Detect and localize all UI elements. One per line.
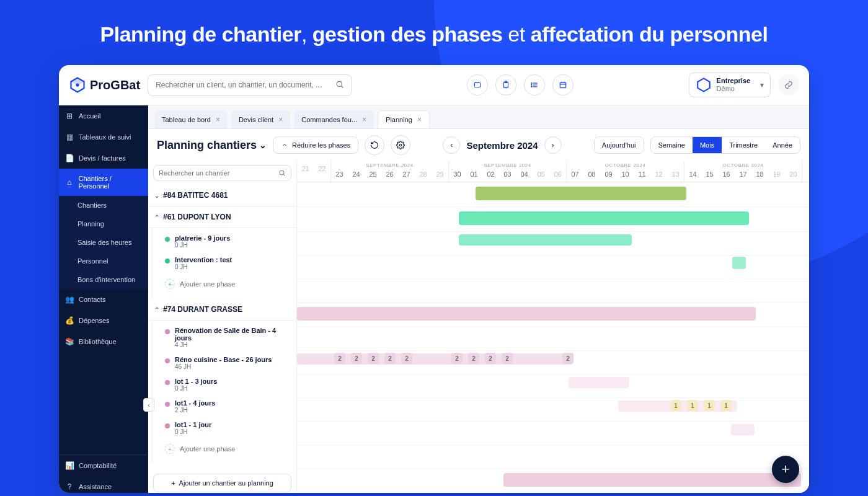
nav-contacts[interactable]: 👥Contacts <box>59 289 148 310</box>
settings-button[interactable] <box>391 135 410 155</box>
refresh-button[interactable] <box>365 135 384 155</box>
add-site-button[interactable]: +Ajouter un chantier au planning <box>153 474 291 492</box>
gantt-row[interactable] <box>297 232 809 255</box>
day-header[interactable]: 09 <box>600 169 617 182</box>
gantt-row[interactable] <box>297 279 809 303</box>
gantt-row[interactable] <box>297 422 809 445</box>
resource-badge[interactable]: 1 <box>687 400 698 411</box>
resource-badge[interactable]: 1 <box>670 400 681 411</box>
close-icon[interactable]: × <box>278 115 283 124</box>
resource-badge[interactable]: 1 <box>704 400 715 411</box>
day-header[interactable]: 24 <box>348 169 365 182</box>
topbar-link-icon[interactable] <box>778 74 799 95</box>
day-header[interactable]: 26 <box>381 169 398 182</box>
view-week[interactable]: Semaine <box>651 137 693 153</box>
gantt-bar[interactable] <box>569 377 629 388</box>
day-header[interactable]: 18 <box>751 169 768 182</box>
gantt-bar[interactable] <box>732 257 746 269</box>
page-title[interactable]: Planning chantiers ⌄ <box>157 139 267 152</box>
brand-logo[interactable]: ProGBat <box>69 76 140 94</box>
site-search-input[interactable] <box>159 169 278 177</box>
day-header[interactable]: 12 <box>650 169 667 182</box>
day-header[interactable]: 2 <box>802 164 809 176</box>
subnav-chantiers-item[interactable]: Chantiers <box>59 196 148 215</box>
gantt-row[interactable] <box>297 374 809 398</box>
day-header[interactable]: 13 <box>667 169 684 182</box>
topbar-action-1[interactable] <box>467 74 488 95</box>
day-header[interactable]: 02 <box>482 169 499 182</box>
phase-row[interactable]: lot 1 - 3 jours0 JH <box>160 374 296 396</box>
nav-devis[interactable]: 📄Devis / factures <box>59 148 148 169</box>
project-header[interactable]: ⌃#61 DUPONT LYON <box>148 206 296 228</box>
gantt-row[interactable] <box>297 303 809 327</box>
day-header[interactable]: 21 <box>297 164 314 176</box>
fab-add-button[interactable]: + <box>772 456 799 483</box>
nav-depenses[interactable]: 💰Dépenses <box>59 310 148 331</box>
phase-row[interactable]: lot1 - 1 jour0 JH <box>160 417 296 439</box>
gantt-row[interactable]: 1 1 1 1 <box>297 398 809 422</box>
resource-badge[interactable]: 2 <box>334 353 345 364</box>
day-header[interactable]: 27 <box>398 169 415 182</box>
prev-period-button[interactable]: ‹ <box>443 136 460 154</box>
subnav-bons-item[interactable]: Bons d'intervention <box>59 270 148 289</box>
day-header[interactable]: 03 <box>499 169 516 182</box>
nav-accueil[interactable]: ⊞Accueil <box>59 105 148 126</box>
gantt-row[interactable] <box>297 469 809 492</box>
tab-devis[interactable]: Devis client× <box>231 110 290 128</box>
resource-badge[interactable]: 2 <box>485 353 496 364</box>
day-header[interactable]: 06 <box>549 169 566 182</box>
close-icon[interactable]: × <box>362 115 366 124</box>
day-header[interactable]: 23 <box>331 169 348 182</box>
phase-row[interactable]: Réno cuisine - Base - 26 jours46 JH <box>160 352 296 374</box>
day-header[interactable]: 17 <box>735 169 751 182</box>
gantt-bar[interactable] <box>459 211 749 225</box>
close-icon[interactable]: × <box>417 115 422 124</box>
tab-planning[interactable]: Planning× <box>378 110 430 128</box>
close-icon[interactable]: × <box>216 115 220 124</box>
gantt-bar[interactable] <box>503 473 801 487</box>
add-phase-button[interactable]: +Ajouter une phase <box>160 439 296 461</box>
day-header[interactable]: 05 <box>533 169 549 182</box>
day-header[interactable]: 14 <box>684 169 701 182</box>
next-period-button[interactable]: › <box>544 136 562 154</box>
global-search-input[interactable] <box>156 81 335 89</box>
day-header[interactable]: 11 <box>634 169 650 182</box>
day-header[interactable]: 04 <box>516 169 533 182</box>
gantt-row[interactable] <box>297 445 809 469</box>
view-quarter[interactable]: Trimestre <box>722 137 765 153</box>
view-month[interactable]: Mois <box>693 137 722 153</box>
gantt-row[interactable]: 2 2 2 2 2 2 2 2 2 2 <box>297 351 809 374</box>
gantt-bar[interactable] <box>297 307 756 321</box>
day-header[interactable]: 08 <box>583 169 600 182</box>
resource-badge[interactable]: 2 <box>562 353 574 364</box>
phase-row[interactable]: Intervention : test0 JH <box>160 252 296 274</box>
day-header[interactable]: 22 <box>314 164 330 176</box>
gantt-row[interactable] <box>297 182 809 207</box>
company-selector[interactable]: Entreprise Démo ▾ <box>689 73 771 97</box>
gantt-row[interactable] <box>297 327 809 351</box>
phase-row[interactable]: platrerie - 9 jours0 JH <box>160 231 296 252</box>
site-search[interactable] <box>153 165 291 181</box>
day-header[interactable]: 07 <box>567 169 583 182</box>
nav-comptabilite[interactable]: 📊Comptabilité <box>59 455 148 476</box>
gantt-row[interactable] <box>297 207 809 232</box>
project-header[interactable]: ⌄#84 BATITEC 4681 <box>148 185 296 206</box>
phase-row[interactable]: lot1 - 4 jours2 JH <box>160 396 296 417</box>
resource-badge[interactable]: 2 <box>502 353 513 364</box>
topbar-clipboard-icon[interactable] <box>495 74 516 95</box>
day-header[interactable]: 28 <box>415 169 432 182</box>
day-header[interactable]: 20 <box>785 169 802 182</box>
day-header[interactable]: 19 <box>768 169 785 182</box>
day-header[interactable]: 16 <box>718 169 735 182</box>
global-search[interactable] <box>148 74 352 96</box>
subnav-planning-item[interactable]: Planning <box>59 215 148 233</box>
collapse-phases-button[interactable]: Réduire les phases <box>273 136 358 154</box>
resource-badge[interactable]: 1 <box>720 400 732 411</box>
subnav-personnel-item[interactable]: Personnel <box>59 252 148 270</box>
resource-badge[interactable]: 2 <box>351 353 362 364</box>
gantt-bar[interactable] <box>476 187 686 200</box>
add-phase-button[interactable]: +Ajouter une phase <box>160 274 296 296</box>
resource-badge[interactable]: 2 <box>368 353 379 364</box>
nav-assistance[interactable]: ?Assistance <box>59 476 148 493</box>
tab-commandes[interactable]: Commandes fou...× <box>294 110 374 128</box>
